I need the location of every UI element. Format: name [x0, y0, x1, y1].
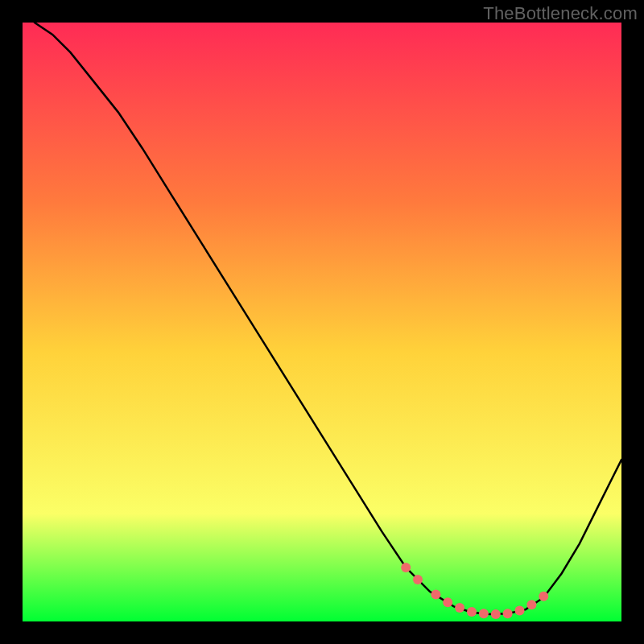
chart-svg [23, 23, 621, 621]
highlight-dot [479, 609, 489, 618]
highlight-dot [455, 603, 464, 613]
plot-area [23, 23, 621, 621]
highlight-dot [515, 606, 525, 616]
highlight-dot [503, 609, 513, 618]
gradient-bg [23, 23, 621, 621]
highlight-dot [539, 592, 548, 601]
highlight-dot [491, 609, 501, 619]
highlight-dot [413, 575, 423, 584]
highlight-dot [526, 600, 536, 609]
watermark-text: TheBottleneck.com [483, 3, 638, 24]
chart-frame: TheBottleneck.com [0, 0, 644, 644]
highlight-dot [431, 590, 440, 600]
highlight-dot [467, 607, 477, 617]
highlight-dot [443, 597, 452, 607]
highlight-dot [401, 563, 411, 572]
